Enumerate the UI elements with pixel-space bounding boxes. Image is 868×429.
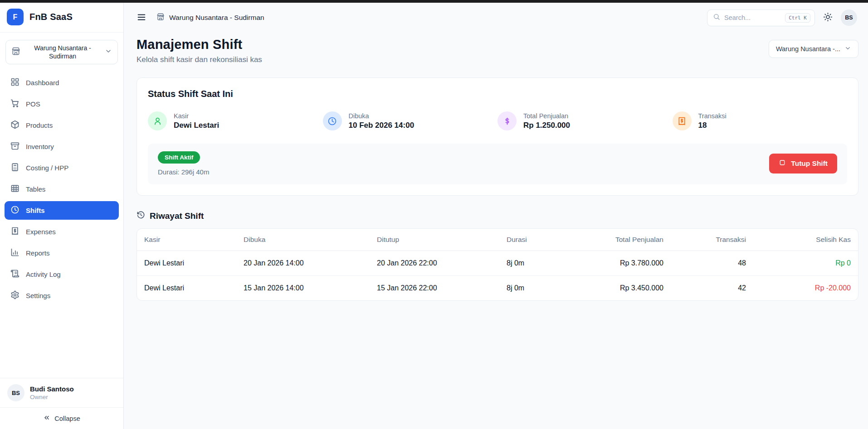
search-input[interactable]: [724, 14, 781, 21]
stat-dibuka: Dibuka 10 Feb 2026 14:00: [323, 111, 498, 130]
cell-transaksi: 42: [671, 276, 753, 301]
page-subtitle: Kelola shift kasir dan rekonsiliasi kas: [137, 55, 262, 64]
cell-selisih: Rp 0: [753, 251, 858, 276]
stat-label: Transaksi: [698, 112, 727, 120]
status-badge: Shift Aktif: [158, 151, 200, 164]
search-box: Ctrl K: [707, 10, 815, 26]
sidebar-item-dashboard[interactable]: Dashboard: [5, 73, 119, 92]
avatar[interactable]: BS: [841, 10, 857, 26]
cell-durasi: 8j 0m: [499, 251, 590, 276]
sun-icon: [823, 12, 833, 23]
cell-kasir: Dewi Lestari: [137, 251, 236, 276]
sidebar-collapse-button[interactable]: Collapse: [0, 407, 123, 429]
sidebar-item-expenses[interactable]: Expenses: [5, 222, 119, 241]
stat-kasir: Kasir Dewi Lestari: [148, 111, 323, 130]
bar-chart-icon: [10, 248, 20, 258]
column-header: Kasir: [137, 229, 236, 251]
package-icon: [10, 120, 20, 130]
page-content: Manajemen Shift Kelola shift kasir dan r…: [124, 33, 868, 429]
history-clock-icon: [137, 211, 145, 221]
cell-ditutup: 15 Jan 2026 22:00: [370, 276, 499, 301]
receipt-icon: [10, 227, 20, 237]
table-grid-icon: [10, 184, 20, 194]
table-row: Dewi Lestari 15 Jan 2026 14:00 15 Jan 20…: [137, 276, 858, 301]
table-header-row: Kasir Dibuka Ditutup Durasi Total Penjua…: [137, 229, 858, 251]
column-header: Dibuka: [236, 229, 370, 251]
sidebar-item-costing[interactable]: Costing / HPP: [5, 159, 119, 177]
page-title: Manajemen Shift: [137, 37, 262, 52]
sidebar-item-shifts[interactable]: Shifts: [5, 201, 119, 220]
stat-total-penjualan: Total Penjualan Rp 1.250.000: [497, 111, 673, 130]
sidebar-user[interactable]: BS Budi Santoso Owner: [0, 378, 123, 407]
sidebar-item-label: Activity Log: [26, 270, 61, 278]
user-name: Budi Santoso: [30, 385, 74, 393]
stat-transaksi: Transaksi 18: [673, 111, 848, 130]
store-icon: [11, 47, 20, 58]
breadcrumb: Warung Nusantara - Sudirman: [156, 13, 264, 23]
stat-value: Rp 1.250.000: [523, 121, 570, 130]
dollar-icon: [497, 111, 517, 130]
calculator-icon: [10, 163, 20, 173]
column-header: Selisih Kas: [753, 229, 858, 251]
sidebar-item-label: Reports: [26, 249, 50, 257]
sidebar-item-label: POS: [26, 100, 40, 108]
cell-transaksi: 48: [671, 251, 753, 276]
user-role: Owner: [30, 394, 74, 400]
chevron-down-icon: [105, 48, 112, 57]
cell-durasi: 8j 0m: [499, 276, 590, 301]
column-header: Ditutup: [370, 229, 499, 251]
sidebar-store-selector[interactable]: Warung Nusantara - Sudirman: [5, 40, 118, 64]
theme-toggle-button[interactable]: [823, 12, 833, 23]
shift-history-table: Kasir Dibuka Ditutup Durasi Total Penjua…: [137, 229, 858, 300]
stat-label: Total Penjualan: [523, 112, 570, 120]
stat-value: Dewi Lestari: [174, 121, 219, 130]
sidebar-store-label: Warung Nusantara - Sudirman: [23, 44, 102, 60]
breadcrumb-label: Warung Nusantara - Sudirman: [169, 14, 264, 22]
shift-duration: Durasi: 296j 40m: [158, 168, 209, 176]
cart-icon: [10, 99, 20, 109]
sidebar-item-label: Settings: [26, 292, 50, 299]
search-shortcut-badge: Ctrl K: [785, 13, 810, 23]
menu-toggle-button[interactable]: [137, 12, 146, 24]
sidebar-item-inventory[interactable]: Inventory: [5, 137, 119, 156]
sidebar-item-products[interactable]: Products: [5, 116, 119, 135]
current-shift-title: Status Shift Saat Ini: [148, 89, 847, 99]
sidebar-item-settings[interactable]: Settings: [5, 286, 119, 305]
sidebar-item-tables[interactable]: Tables: [5, 180, 119, 198]
sidebar-item-activity-log[interactable]: Activity Log: [5, 265, 119, 284]
column-header: Total Penjualan: [590, 229, 671, 251]
close-shift-button[interactable]: Tutup Shift: [769, 154, 837, 174]
cell-ditutup: 20 Jan 2026 22:00: [370, 251, 499, 276]
column-header: Transaksi: [671, 229, 753, 251]
store-filter-dropdown[interactable]: Warung Nusantara -...: [769, 40, 858, 58]
sidebar-item-label: Inventory: [26, 143, 54, 150]
main-area: Warung Nusantara - Sudirman Ctrl K BS Ma…: [124, 3, 868, 429]
store-icon: [156, 13, 165, 23]
cell-total: Rp 3.450.000: [590, 276, 671, 301]
column-header: Durasi: [499, 229, 590, 251]
app-shell: F FnB SaaS Warung Nusantara - Sudirman D…: [0, 3, 868, 429]
chevrons-left-icon: [43, 414, 50, 423]
stat-value: 18: [698, 121, 727, 130]
avatar: BS: [7, 384, 24, 401]
sidebar-item-label: Costing / HPP: [26, 164, 68, 172]
sidebar-item-reports[interactable]: Reports: [5, 244, 119, 262]
chevron-down-icon: [844, 45, 851, 53]
gear-icon: [10, 290, 20, 301]
sidebar: F FnB SaaS Warung Nusantara - Sudirman D…: [0, 3, 124, 429]
history-header: Riwayat Shift: [137, 211, 858, 221]
stat-label: Dibuka: [349, 112, 414, 120]
shift-stats: Kasir Dewi Lestari Dibuka 10 Feb 2026 14…: [148, 111, 847, 130]
cell-selisih: Rp -20.000: [753, 276, 858, 301]
app-name: FnB SaaS: [29, 12, 73, 22]
app-logo-row: F FnB SaaS: [0, 3, 123, 33]
history-title: Riwayat Shift: [150, 211, 204, 221]
topbar: Warung Nusantara - Sudirman Ctrl K BS: [124, 3, 868, 33]
shift-history-table-card: Kasir Dibuka Ditutup Durasi Total Penjua…: [137, 228, 858, 301]
clock-icon: [10, 205, 20, 216]
stat-value: 10 Feb 2026 14:00: [349, 121, 414, 130]
user-icon: [148, 111, 167, 130]
cell-total: Rp 3.780.000: [590, 251, 671, 276]
sidebar-item-pos[interactable]: POS: [5, 95, 119, 113]
stat-label: Kasir: [174, 112, 219, 120]
